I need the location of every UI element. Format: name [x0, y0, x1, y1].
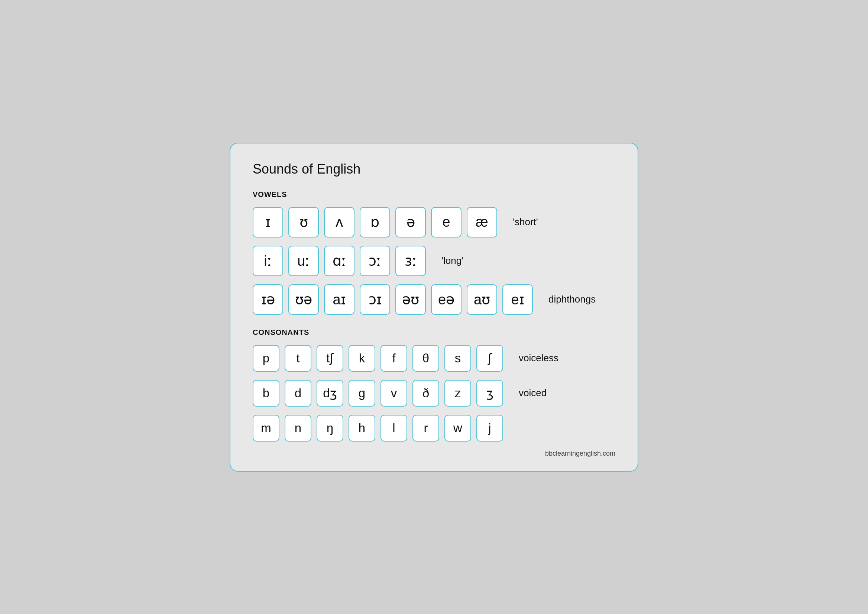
consonants-label: CONSONANTS: [253, 328, 615, 337]
consonants-section: CONSONANTS p t tʃ k f θ s ʃ voiceless b …: [253, 328, 615, 442]
page-title: Sounds of English: [253, 161, 615, 177]
phoneme-box: ʌ: [324, 207, 355, 237]
phoneme-box: ɒ: [360, 207, 390, 237]
phoneme-box: ə: [395, 207, 426, 237]
phoneme-box: θ: [412, 345, 439, 372]
phoneme-box: m: [253, 415, 279, 442]
phoneme-box: iː: [253, 246, 283, 276]
phoneme-box: ʃ: [476, 345, 503, 372]
vowels-long-row: iː uː ɑː ɔː ɜː 'long': [253, 246, 615, 276]
phoneme-box: f: [380, 345, 407, 372]
diphthongs-label: diphthongs: [549, 294, 596, 305]
phoneme-box: h: [349, 415, 375, 442]
phoneme-box: r: [412, 415, 439, 442]
phoneme-box: s: [445, 345, 471, 372]
phoneme-box: e: [431, 207, 462, 237]
phoneme-box: ɪ: [253, 207, 283, 237]
consonants-other-row: m n ŋ h l r w j: [253, 415, 615, 442]
phoneme-box: əʊ: [395, 284, 426, 315]
vowels-diphthongs-row: ɪə ʊə aɪ ɔɪ əʊ eə aʊ eɪ diphthongs: [253, 284, 615, 315]
phoneme-box: k: [349, 345, 375, 372]
vowels-section: VOWELS ɪ ʊ ʌ ɒ ə e æ 'short' iː uː ɑː ɔː…: [253, 190, 615, 315]
phoneme-box: d: [285, 380, 312, 406]
vowels-short-row: ɪ ʊ ʌ ɒ ə e æ 'short': [253, 207, 615, 237]
phoneme-box: t: [285, 345, 312, 372]
phoneme-box: ɜː: [395, 246, 426, 276]
phoneme-box: n: [285, 415, 312, 442]
phoneme-box: ɔː: [360, 246, 390, 276]
phoneme-box: uː: [288, 246, 319, 276]
phoneme-box: j: [476, 415, 503, 442]
phoneme-box: tʃ: [316, 345, 343, 372]
phoneme-box: w: [445, 415, 471, 442]
phoneme-box: l: [380, 415, 407, 442]
phoneme-box: æ: [467, 207, 497, 237]
phoneme-box: aɪ: [324, 284, 355, 315]
phoneme-box: ʊ: [288, 207, 319, 237]
vowels-label: VOWELS: [253, 190, 615, 199]
phoneme-box: ʒ: [476, 380, 503, 406]
voiced-label: voiced: [519, 387, 547, 399]
website-label: bbclearningenglish.com: [253, 450, 615, 457]
phoneme-box: dʒ: [316, 380, 343, 406]
short-label: 'short': [513, 216, 538, 228]
phoneme-box: aʊ: [467, 284, 497, 315]
phoneme-box: ɑː: [324, 246, 355, 276]
phoneme-box: ð: [412, 380, 439, 406]
phoneme-box: ɔɪ: [360, 284, 390, 315]
phoneme-box: ɪə: [253, 284, 283, 315]
phoneme-box: eə: [431, 284, 462, 315]
phoneme-box: ŋ: [316, 415, 343, 442]
phoneme-box: ʊə: [288, 284, 319, 315]
main-card: Sounds of English VOWELS ɪ ʊ ʌ ɒ ə e æ '…: [229, 143, 639, 471]
long-label: 'long': [442, 255, 463, 267]
phoneme-box: p: [253, 345, 279, 372]
consonants-voiced-row: b d dʒ g v ð z ʒ voiced: [253, 380, 615, 406]
phoneme-box: g: [349, 380, 375, 406]
phoneme-box: eɪ: [502, 284, 533, 315]
phoneme-box: z: [445, 380, 471, 406]
consonants-voiceless-row: p t tʃ k f θ s ʃ voiceless: [253, 345, 615, 372]
phoneme-box: b: [253, 380, 279, 406]
phoneme-box: v: [380, 380, 407, 406]
voiceless-label: voiceless: [519, 352, 558, 364]
